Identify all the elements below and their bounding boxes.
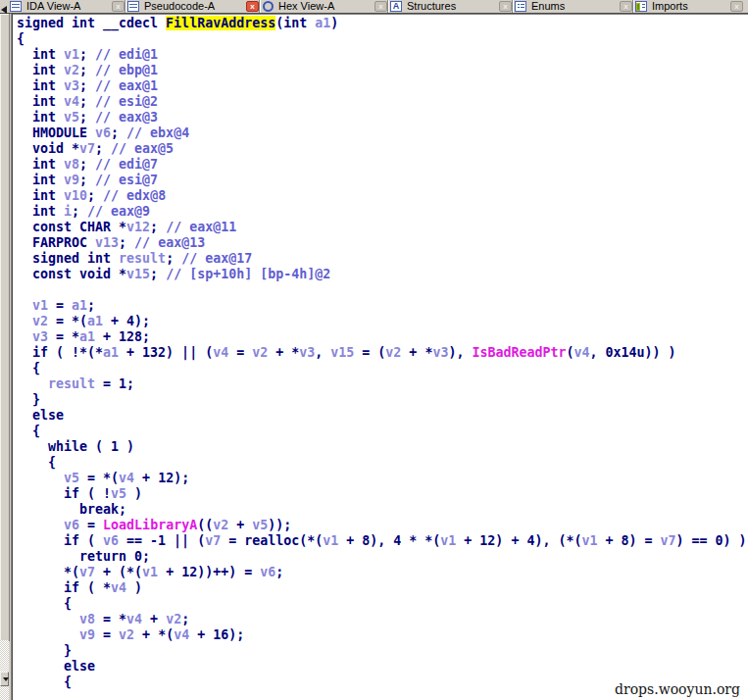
code-line[interactable]: v5 = *(v4 + 12); <box>17 471 748 486</box>
code-line[interactable]: v2 = *(a1 + 4); <box>17 314 748 329</box>
code-line[interactable]: { <box>17 361 748 376</box>
code-token: v2 <box>213 518 228 532</box>
code-line[interactable]: signed int result; // eax@17 <box>17 251 748 267</box>
code-line[interactable]: else <box>17 659 748 675</box>
code-token: int <box>17 157 64 172</box>
code-token: v1 <box>32 298 48 313</box>
code-line[interactable]: while ( 1 ) <box>17 439 748 455</box>
code-line[interactable]: { <box>17 424 748 439</box>
code-line[interactable]: int v5; // eax@3 <box>17 110 748 125</box>
code-token: FARPROC <box>17 235 95 250</box>
scrollbar-thumb[interactable] <box>0 14 10 641</box>
code-token: v1 <box>142 565 158 579</box>
doc-lines-icon <box>127 1 139 12</box>
tab-structures[interactable]: AStructuresx <box>390 0 512 13</box>
code-token: break; <box>17 502 126 517</box>
code-line[interactable]: } <box>17 392 748 408</box>
code-line[interactable]: void *v7; // eax@5 <box>17 141 748 157</box>
code-token: else <box>17 659 95 674</box>
code-token: = 1; <box>95 376 134 391</box>
tab-close-button[interactable]: x <box>730 1 743 12</box>
code-token: v2 <box>119 627 134 642</box>
code-line[interactable]: v9 = v2 + *(v4 + 16); <box>17 627 748 643</box>
code-token: = <box>79 518 103 532</box>
code-token: == -1 || ( <box>119 533 205 548</box>
code-line[interactable]: if ( !v5 ) <box>17 486 748 502</box>
scrollbar-track[interactable] <box>0 640 9 700</box>
code-line[interactable]: int v8; // edi@7 <box>17 157 748 173</box>
tab-close-button[interactable]: x <box>620 1 632 12</box>
code-token: + 8), 4 * *( <box>338 533 440 548</box>
code-token: { <box>17 675 72 689</box>
code-token: ; <box>95 141 111 156</box>
code-token: + 12))++) = <box>158 565 260 579</box>
code-token: = *( <box>79 471 119 485</box>
code-token: v3 <box>299 345 315 360</box>
code-line[interactable]: signed int __cdecl FillRavAddress(int a1… <box>17 16 748 31</box>
code-line[interactable]: const CHAR *v12; // eax@11 <box>17 220 748 235</box>
code-line[interactable]: int v10; // edx@8 <box>17 188 748 204</box>
code-line[interactable]: v6 = LoadLibraryA((v2 + v5)); <box>17 518 748 533</box>
code-line[interactable]: break; <box>17 502 748 518</box>
code-line[interactable]: FARPROC v13; // eax@13 <box>17 235 748 251</box>
code-token: // ebx@4 <box>126 125 189 140</box>
code-line[interactable]: int v4; // esi@2 <box>17 94 748 110</box>
code-line[interactable]: { <box>17 31 748 47</box>
code-line[interactable] <box>17 282 748 298</box>
code-token: v1 <box>323 533 338 548</box>
code-token: v4 <box>126 612 142 626</box>
code-line[interactable]: v8 = *v4 + v2; <box>17 612 748 627</box>
code-token: v4 <box>64 94 79 109</box>
tab-hex-view-a[interactable]: Hex View-Ax <box>262 0 387 13</box>
tab-pseudocode-a[interactable]: Pseudocode-Ax <box>127 0 259 13</box>
tab-close-button[interactable]: x <box>112 1 125 12</box>
code-token: v3 <box>64 78 79 93</box>
tab-close-button[interactable]: x <box>246 1 259 12</box>
code-line[interactable]: int v1; // edi@1 <box>17 47 748 63</box>
tab-close-button[interactable]: x <box>499 1 512 12</box>
code-token: a1 <box>103 345 119 360</box>
code-token: + * <box>268 345 299 360</box>
code-line[interactable]: v3 = *a1 + 128; <box>17 329 748 345</box>
code-token: // eax@13 <box>134 235 205 250</box>
code-line[interactable]: if ( *v4 ) <box>17 580 748 596</box>
code-token: v7 <box>205 533 221 548</box>
code-token: + 12); <box>134 471 189 485</box>
code-line[interactable]: result = 1; <box>17 376 748 392</box>
code-token: if ( !*(* <box>17 345 103 360</box>
code-token: + 4); <box>103 314 150 328</box>
code-token: + 128; <box>95 329 150 344</box>
code-line[interactable]: int v9; // esi@7 <box>17 173 748 188</box>
code-token: ; <box>79 94 95 109</box>
code-line[interactable]: if ( !*(*a1 + 132) || (v4 = v2 + *v3, v1… <box>17 345 748 361</box>
code-token: v4 <box>574 345 590 360</box>
code-token: HMODULE <box>17 125 95 140</box>
code-line[interactable]: int i; // eax@9 <box>17 204 748 220</box>
code-token: // edx@8 <box>103 188 166 203</box>
splitter-arrow-icon[interactable] <box>1 6 7 14</box>
code-line[interactable]: return 0; <box>17 549 748 565</box>
tab-ida-view-a[interactable]: IDA View-Ax <box>10 0 125 13</box>
tab-imports[interactable]: Importsx <box>635 0 743 13</box>
code-line[interactable]: v1 = a1; <box>17 298 748 314</box>
code-token: v5 <box>64 110 79 125</box>
left-scrollbar[interactable] <box>0 14 11 700</box>
scroll-down-button[interactable] <box>0 672 9 686</box>
code-line[interactable]: int v2; // ebp@1 <box>17 63 748 78</box>
code-line[interactable]: { <box>17 596 748 612</box>
code-line[interactable]: } <box>17 643 748 659</box>
tab-close-button[interactable]: x <box>374 1 387 12</box>
code-token: v5 <box>252 518 268 532</box>
code-token: , <box>315 345 330 360</box>
code-line[interactable]: *(v7 + (*(v1 + 12))++) = v6; <box>17 565 748 580</box>
code-token: int <box>17 78 64 93</box>
code-line[interactable]: int v3; // eax@1 <box>17 78 748 94</box>
code-line[interactable]: if ( v6 == -1 || (v7 = realloc(*(v1 + 8)… <box>17 533 748 549</box>
pseudocode-pane[interactable]: signed int __cdecl FillRavAddress(int a1… <box>13 14 748 700</box>
code-token: v2 <box>385 345 401 360</box>
tab-enums[interactable]: Enumsx <box>515 0 632 13</box>
code-line[interactable]: { <box>17 455 748 471</box>
code-line[interactable]: HMODULE v6; // ebx@4 <box>17 125 748 141</box>
code-line[interactable]: else <box>17 408 748 424</box>
code-line[interactable]: const void *v15; // [sp+10h] [bp-4h]@2 <box>17 267 748 282</box>
